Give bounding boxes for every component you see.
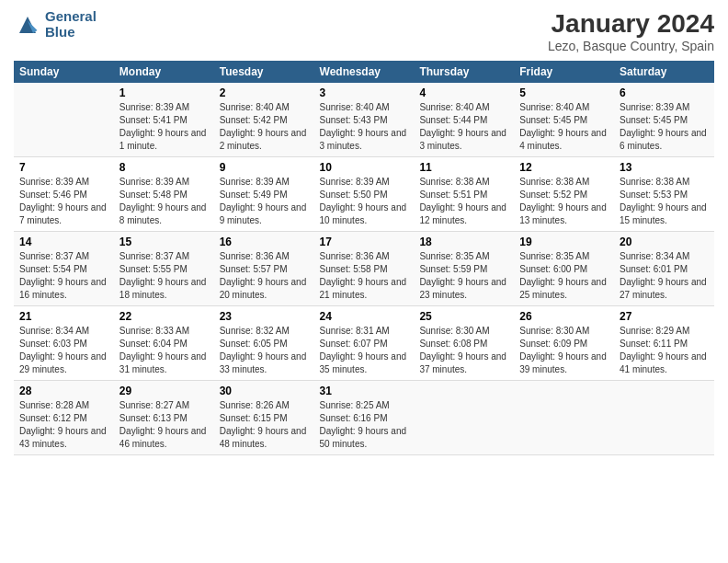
day-number: 17 (320, 236, 409, 248)
cell-info: Sunrise: 8:31 AMSunset: 6:07 PMDaylight:… (320, 326, 407, 374)
calendar-cell (614, 381, 714, 455)
calendar-cell: 23Sunrise: 8:32 AMSunset: 6:05 PMDayligh… (214, 306, 314, 381)
calendar-cell (414, 381, 514, 455)
cell-info: Sunrise: 8:39 AMSunset: 5:48 PMDaylight:… (119, 177, 207, 225)
day-number: 27 (620, 310, 709, 323)
day-header-monday: Monday (114, 61, 214, 83)
cell-info: Sunrise: 8:30 AMSunset: 6:09 PMDaylight:… (519, 326, 607, 374)
cell-info: Sunrise: 8:39 AMSunset: 5:50 PMDaylight:… (320, 177, 407, 225)
day-number: 4 (419, 86, 508, 99)
calendar-page: General Blue January 2024 Lezo, Basque C… (0, 0, 728, 563)
calendar-cell (514, 381, 614, 455)
day-number: 31 (320, 385, 409, 397)
day-number: 25 (419, 310, 508, 323)
calendar-cell: 8Sunrise: 8:39 AMSunset: 5:48 PMDaylight… (114, 157, 214, 232)
day-number: 6 (620, 86, 709, 99)
cell-info: Sunrise: 8:34 AMSunset: 6:01 PMDaylight:… (620, 251, 707, 300)
calendar-cell: 5Sunrise: 8:40 AMSunset: 5:45 PMDaylight… (514, 83, 614, 157)
cell-info: Sunrise: 8:39 AMSunset: 5:45 PMDaylight:… (620, 102, 707, 151)
main-title: January 2024 (548, 9, 714, 39)
cell-info: Sunrise: 8:27 AMSunset: 6:13 PMDaylight:… (119, 400, 207, 449)
day-header-friday: Friday (514, 61, 614, 83)
calendar-cell: 4Sunrise: 8:40 AMSunset: 5:44 PMDaylight… (414, 83, 514, 157)
cell-info: Sunrise: 8:36 AMSunset: 5:58 PMDaylight:… (320, 251, 407, 300)
cell-info: Sunrise: 8:40 AMSunset: 5:45 PMDaylight:… (519, 102, 607, 151)
calendar-cell: 20Sunrise: 8:34 AMSunset: 6:01 PMDayligh… (614, 232, 714, 306)
calendar-row-week-3: 14Sunrise: 8:37 AMSunset: 5:54 PMDayligh… (14, 232, 714, 306)
cell-info: Sunrise: 8:35 AMSunset: 6:00 PMDaylight:… (519, 251, 607, 300)
calendar-header-row: SundayMondayTuesdayWednesdayThursdayFrid… (14, 61, 714, 83)
cell-info: Sunrise: 8:35 AMSunset: 5:59 PMDaylight:… (419, 251, 506, 300)
cell-info: Sunrise: 8:28 AMSunset: 6:12 PMDaylight:… (19, 400, 107, 449)
calendar-cell: 2Sunrise: 8:40 AMSunset: 5:42 PMDaylight… (214, 83, 314, 157)
calendar-cell: 29Sunrise: 8:27 AMSunset: 6:13 PMDayligh… (114, 381, 214, 455)
day-number: 5 (519, 86, 609, 99)
calendar-cell: 25Sunrise: 8:30 AMSunset: 6:08 PMDayligh… (414, 306, 514, 381)
calendar-cell: 17Sunrise: 8:36 AMSunset: 5:58 PMDayligh… (314, 232, 415, 306)
day-number: 9 (220, 161, 309, 174)
cell-info: Sunrise: 8:26 AMSunset: 6:15 PMDaylight:… (220, 400, 307, 449)
day-header-saturday: Saturday (614, 61, 714, 83)
calendar-cell: 16Sunrise: 8:36 AMSunset: 5:57 PMDayligh… (214, 232, 314, 306)
day-header-wednesday: Wednesday (314, 61, 415, 83)
day-number: 20 (620, 236, 709, 248)
day-number: 22 (119, 310, 209, 323)
calendar-table: SundayMondayTuesdayWednesdayThursdayFrid… (14, 61, 714, 455)
calendar-cell: 1Sunrise: 8:39 AMSunset: 5:41 PMDaylight… (114, 83, 214, 157)
calendar-cell: 18Sunrise: 8:35 AMSunset: 5:59 PMDayligh… (414, 232, 514, 306)
calendar-row-week-5: 28Sunrise: 8:28 AMSunset: 6:12 PMDayligh… (14, 381, 714, 455)
calendar-cell: 21Sunrise: 8:34 AMSunset: 6:03 PMDayligh… (14, 306, 114, 381)
day-number: 24 (320, 310, 409, 323)
day-number: 11 (419, 161, 508, 174)
day-number: 26 (519, 310, 609, 323)
calendar-cell: 31Sunrise: 8:25 AMSunset: 6:16 PMDayligh… (314, 381, 415, 455)
calendar-cell: 26Sunrise: 8:30 AMSunset: 6:09 PMDayligh… (514, 306, 614, 381)
day-number: 16 (220, 236, 309, 248)
header: General Blue January 2024 Lezo, Basque C… (14, 9, 714, 53)
calendar-cell: 22Sunrise: 8:33 AMSunset: 6:04 PMDayligh… (114, 306, 214, 381)
calendar-cell: 11Sunrise: 8:38 AMSunset: 5:51 PMDayligh… (414, 157, 514, 232)
cell-info: Sunrise: 8:38 AMSunset: 5:51 PMDaylight:… (419, 177, 506, 225)
day-number: 15 (119, 236, 209, 248)
subtitle: Lezo, Basque Country, Spain (548, 39, 714, 53)
day-number: 14 (19, 236, 108, 248)
day-number: 7 (19, 161, 108, 174)
cell-info: Sunrise: 8:33 AMSunset: 6:04 PMDaylight:… (119, 326, 207, 374)
calendar-cell: 7Sunrise: 8:39 AMSunset: 5:46 PMDaylight… (14, 157, 114, 232)
calendar-cell: 13Sunrise: 8:38 AMSunset: 5:53 PMDayligh… (614, 157, 714, 232)
logo-text: General Blue (45, 9, 97, 40)
day-number: 30 (220, 385, 309, 397)
logo-icon (14, 11, 41, 39)
day-number: 12 (519, 161, 609, 174)
day-number: 21 (19, 310, 108, 323)
day-header-thursday: Thursday (414, 61, 514, 83)
day-number: 3 (320, 86, 409, 99)
day-number: 2 (220, 86, 309, 99)
calendar-cell: 3Sunrise: 8:40 AMSunset: 5:43 PMDaylight… (314, 83, 415, 157)
day-number: 29 (119, 385, 209, 397)
calendar-row-week-4: 21Sunrise: 8:34 AMSunset: 6:03 PMDayligh… (14, 306, 714, 381)
cell-info: Sunrise: 8:37 AMSunset: 5:54 PMDaylight:… (19, 251, 107, 300)
calendar-cell: 6Sunrise: 8:39 AMSunset: 5:45 PMDaylight… (614, 83, 714, 157)
cell-info: Sunrise: 8:40 AMSunset: 5:42 PMDaylight:… (220, 102, 307, 151)
cell-info: Sunrise: 8:40 AMSunset: 5:44 PMDaylight:… (419, 102, 506, 151)
cell-info: Sunrise: 8:34 AMSunset: 6:03 PMDaylight:… (19, 326, 107, 374)
cell-info: Sunrise: 8:39 AMSunset: 5:49 PMDaylight:… (220, 177, 307, 225)
day-header-sunday: Sunday (14, 61, 114, 83)
calendar-cell: 19Sunrise: 8:35 AMSunset: 6:00 PMDayligh… (514, 232, 614, 306)
cell-info: Sunrise: 8:32 AMSunset: 6:05 PMDaylight:… (220, 326, 307, 374)
title-section: January 2024 Lezo, Basque Country, Spain (548, 9, 714, 53)
day-number: 8 (119, 161, 209, 174)
day-number: 23 (220, 310, 309, 323)
calendar-cell (14, 83, 114, 157)
calendar-cell: 24Sunrise: 8:31 AMSunset: 6:07 PMDayligh… (314, 306, 415, 381)
day-number: 1 (119, 86, 209, 99)
calendar-cell: 10Sunrise: 8:39 AMSunset: 5:50 PMDayligh… (314, 157, 415, 232)
calendar-cell: 30Sunrise: 8:26 AMSunset: 6:15 PMDayligh… (214, 381, 314, 455)
cell-info: Sunrise: 8:25 AMSunset: 6:16 PMDaylight:… (320, 400, 407, 449)
calendar-cell: 15Sunrise: 8:37 AMSunset: 5:55 PMDayligh… (114, 232, 214, 306)
calendar-cell: 9Sunrise: 8:39 AMSunset: 5:49 PMDaylight… (214, 157, 314, 232)
logo: General Blue (14, 9, 97, 40)
cell-info: Sunrise: 8:37 AMSunset: 5:55 PMDaylight:… (119, 251, 207, 300)
day-number: 10 (320, 161, 409, 174)
